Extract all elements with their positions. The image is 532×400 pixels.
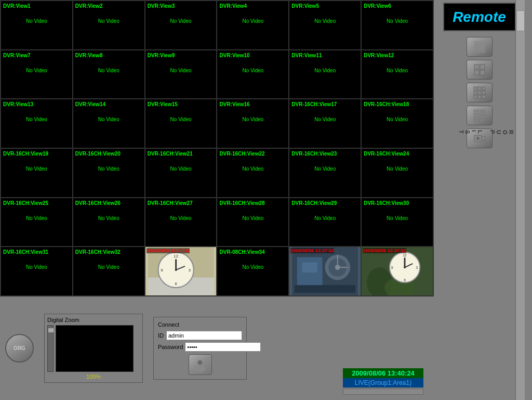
svg-rect-53	[474, 113, 476, 115]
svg-rect-39	[480, 70, 485, 75]
digital-zoom-title: Digital Zoom	[47, 317, 140, 323]
video-cell-35[interactable]: 2009/08/06 13:37:53	[289, 247, 361, 296]
video-cell-26[interactable]: DVR-16CH:View26No Video	[73, 198, 145, 247]
status-datetime: 2009/08/06 13:40:24	[343, 368, 423, 378]
connect-panel: Connect ID Password	[153, 317, 247, 380]
id-input[interactable]	[166, 331, 242, 340]
svg-rect-58	[477, 116, 479, 118]
view16-button[interactable]	[467, 106, 493, 125]
svg-rect-44	[478, 91, 481, 94]
video-cell-18[interactable]: DVR-16CH:View18No Video	[361, 99, 433, 148]
org-button[interactable]: ORG	[5, 334, 34, 363]
video-cell-30[interactable]: DVR-16CH:View30No Video	[361, 198, 433, 247]
video-cell-2[interactable]: DVR:View2No Video	[73, 1, 145, 50]
video-cell-22[interactable]: DVR-16CH:View22No Video	[217, 148, 289, 198]
svg-rect-48	[482, 95, 485, 98]
zoom-display	[56, 325, 134, 372]
svg-point-32	[195, 366, 205, 372]
svg-rect-46	[474, 95, 477, 98]
svg-text:6: 6	[404, 279, 406, 282]
connect-password-row: Password	[158, 342, 242, 352]
video-cell-20[interactable]: DVR-16CH:View20No Video	[73, 148, 145, 198]
digital-zoom-panel: Digital Zoom 100%	[44, 314, 143, 383]
view1-button[interactable]	[467, 37, 493, 57]
svg-rect-63	[480, 119, 482, 121]
password-input[interactable]	[185, 342, 261, 352]
zoom-slider[interactable]	[47, 325, 54, 372]
svg-rect-51	[480, 110, 482, 112]
video-cell-21[interactable]: DVR-16CH:View21No Video	[145, 148, 217, 198]
svg-rect-38	[474, 70, 479, 75]
video-cell-10[interactable]: DVR:View10No Video	[217, 50, 289, 99]
svg-text:12: 12	[403, 253, 407, 257]
video-cell-3[interactable]: DVR:View3No Video	[145, 1, 217, 50]
svg-point-33	[198, 360, 202, 365]
svg-text:9: 9	[391, 266, 393, 269]
video-cell-4[interactable]: DVR:View4No Video	[217, 1, 289, 50]
zoom-percent: 100%	[47, 373, 140, 380]
video-cell-34[interactable]: DVR-08CH:View34No Video	[217, 247, 289, 296]
svg-rect-36	[474, 64, 479, 69]
org-label: ORG	[14, 345, 25, 351]
video-cell-25[interactable]: DVR-16CH:View25No Video	[1, 198, 73, 247]
video-cell-11[interactable]: DVR:View11No Video	[289, 50, 361, 99]
svg-point-10	[175, 269, 177, 271]
svg-rect-42	[482, 87, 485, 90]
status-scrollbar[interactable]	[343, 389, 423, 395]
svg-rect-64	[483, 119, 485, 121]
video-cell-23[interactable]: DVR-16CH:View23No Video	[289, 148, 361, 198]
connect-button[interactable]	[189, 354, 212, 375]
video-cell-29[interactable]: DVR-16CH:View29No Video	[289, 198, 361, 247]
video-cell-17[interactable]: DVR-16CH:View17No Video	[289, 99, 361, 148]
svg-rect-40	[474, 87, 477, 90]
bottom-right-status: 2009/08/06 13:40:24 LIVE(Group1:Area1)	[343, 368, 423, 395]
video-cell-16[interactable]: DVR:View16No Video	[217, 99, 289, 148]
video-cell-24[interactable]: DVR-16CH:View24No Video	[361, 148, 433, 198]
svg-rect-19	[295, 285, 355, 293]
svg-rect-41	[478, 87, 481, 90]
svg-rect-55	[480, 113, 482, 115]
video-cell-9[interactable]: DVR:View9No Video	[145, 50, 217, 99]
svg-rect-12	[297, 257, 323, 288]
bottom-area: ORG Digital Zoom 100% Connect ID	[0, 296, 434, 400]
svg-point-67	[476, 137, 480, 140]
left-section: DVR:View1No VideoDVR:View2No VideoDVR:Vi…	[0, 0, 434, 400]
group-list-label: GROUPLIST	[458, 130, 521, 136]
video-cell-15[interactable]: DVR:View15No Video	[145, 99, 217, 148]
svg-rect-49	[474, 110, 476, 112]
svg-rect-54	[477, 113, 479, 115]
svg-rect-56	[483, 113, 485, 115]
video-cell-19[interactable]: DVR-16CH:View19No Video	[1, 148, 73, 198]
video-cell-6[interactable]: DVR:View6No Video	[361, 1, 433, 50]
video-cell-27[interactable]: DVR-16CH:View27No Video	[145, 198, 217, 247]
video-cell-5[interactable]: DVR:View5No Video	[289, 1, 361, 50]
svg-rect-47	[478, 95, 481, 98]
video-cell-14[interactable]: DVR:View14No Video	[73, 99, 145, 148]
video-cell-7[interactable]: DVR:View7No Video	[1, 50, 73, 99]
video-cell-36[interactable]: 2009/08/06 13:37:52 12 3 6 9	[361, 247, 433, 296]
video-cell-13[interactable]: DVR:View13No Video	[1, 99, 73, 148]
svg-rect-45	[482, 91, 485, 94]
video-cell-12[interactable]: DVR:View12No Video	[361, 50, 433, 99]
view9-button[interactable]	[467, 83, 493, 102]
video-cell-31[interactable]: DVR-16CH:View31No Video	[1, 247, 73, 296]
video-cell-32[interactable]: DVR-16CH:View32No Video	[73, 247, 145, 296]
video-cell-33[interactable]: 2009/08/06 13:37:51 12 3 6 9	[145, 247, 217, 296]
svg-text:3: 3	[416, 266, 418, 269]
video-cell-1[interactable]: DVR:View1No Video	[1, 1, 73, 50]
status-live: LIVE(Group1:Area1)	[343, 378, 423, 388]
video-cell-28[interactable]: DVR-16CH:View28No Video	[217, 198, 289, 247]
view4-button[interactable]	[467, 60, 493, 80]
svg-point-30	[404, 266, 406, 268]
svg-rect-43	[474, 91, 477, 94]
zoom-inner	[47, 325, 140, 372]
remote-label: Remote	[453, 9, 506, 25]
sidebar-scrollbar[interactable]	[515, 0, 525, 400]
scrollbar-thumb[interactable]	[516, 10, 525, 31]
svg-text:6: 6	[175, 281, 177, 286]
video-cell-8[interactable]: DVR:View8No Video	[73, 50, 145, 99]
svg-rect-60	[483, 116, 485, 118]
svg-rect-57	[474, 116, 476, 118]
sidebar: Remote	[434, 0, 525, 400]
zoom-slider-thumb[interactable]	[48, 328, 54, 332]
